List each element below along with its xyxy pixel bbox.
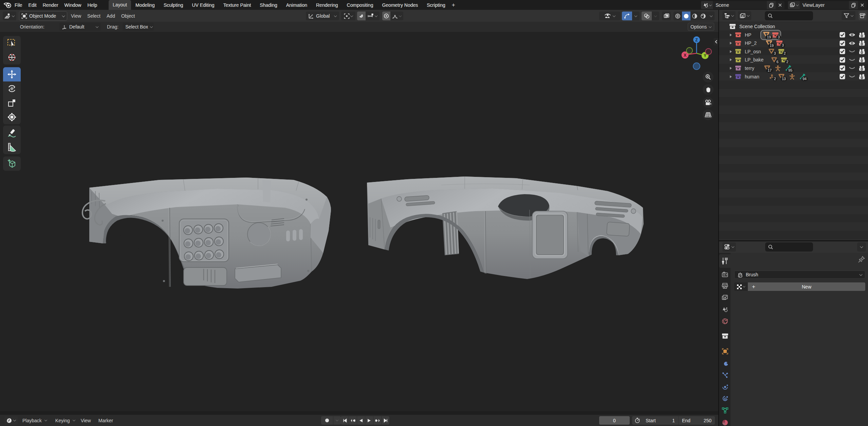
svg-text:X: X xyxy=(684,53,686,58)
svg-text:Z: Z xyxy=(695,38,698,42)
svg-text:Y: Y xyxy=(704,53,706,58)
